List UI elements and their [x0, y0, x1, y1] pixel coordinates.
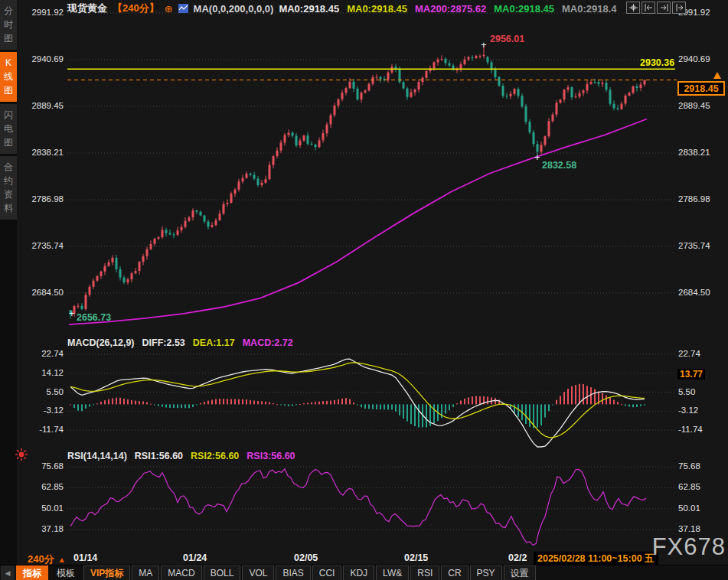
indicator-tab-指标[interactable]: 指标: [16, 565, 48, 580]
alert-burst-icon[interactable]: [14, 447, 29, 462]
ma-formula: MA(0,0,200,0,0,0): [194, 3, 274, 15]
indicator-tab-CR[interactable]: CR: [441, 565, 468, 580]
axis-label: 2735.74: [678, 241, 710, 250]
sidebar-tab-3[interactable]: 闪电图: [0, 104, 17, 154]
left-tab-sidebar: 分时图K线图闪电图合约资料: [0, 0, 17, 565]
swing-high-marker: +: [481, 41, 487, 49]
swing-high-label: 2956.01: [490, 34, 524, 44]
axis-label: 62.85: [678, 482, 700, 491]
macd-macd-value: MACD:2.72: [243, 337, 293, 348]
axis-label: 2940.69: [678, 54, 710, 64]
add-indicator-icon[interactable]: ⊕: [165, 3, 173, 15]
macd-histogram: [70, 384, 645, 428]
crosshair-icon[interactable]: [626, 2, 640, 14]
indicator-tab-LW&[interactable]: LW&: [376, 565, 409, 580]
zoom-out-icon[interactable]: [657, 2, 671, 14]
macd-diff-value: DIFF:2.53: [142, 337, 185, 348]
axis-label: -11.74: [678, 425, 703, 434]
session-low-marker: +: [69, 310, 75, 318]
latest-price-arrow-icon[interactable]: [713, 72, 721, 79]
ma-value: MA0:2918.45: [347, 3, 407, 15]
axis-label: 22.74: [678, 349, 700, 358]
indicator-tab-BIAS[interactable]: BIAS: [276, 565, 310, 580]
indicator-tab-BOLL[interactable]: BOLL: [204, 565, 241, 580]
macd-formula: MACD(26,12,9): [67, 337, 135, 348]
axis-label: 75.68: [678, 461, 700, 471]
axis-label: -3.12: [678, 406, 698, 415]
macd-diff-line: [70, 359, 645, 447]
indicator-tab-CCI[interactable]: CCI: [312, 565, 342, 580]
collapse-toolbar-button[interactable]: ◀: [1, 565, 15, 580]
indicator-toolbar: ◀指标模板VIP指标MAMACDBOLLVOLBIASCCIKDJLW&RSIC…: [0, 565, 728, 580]
axis-label: 50.01: [678, 503, 700, 513]
axis-label: 2684.50: [678, 288, 710, 297]
axis-label: 5.50: [678, 387, 695, 396]
session-low-label: 2656.73: [77, 312, 111, 323]
indicator-tab-模板[interactable]: 模板: [50, 565, 82, 580]
ma-value: MA0:2918.45: [279, 3, 339, 15]
axis-label: 37.18: [678, 524, 700, 533]
indicator-tab-MA[interactable]: MA: [132, 565, 159, 580]
ma-value: MA0:2918.4: [562, 3, 617, 15]
sidebar-tab-2[interactable]: K线图: [0, 52, 17, 102]
rsi-line: [70, 469, 646, 546]
period-up-icon: ▲: [58, 556, 66, 564]
last-price-box: 2918.45: [677, 81, 725, 96]
resistance-price-label: 2930.36: [640, 57, 674, 68]
x-axis-label: 02/2: [508, 552, 527, 563]
sidebar-tab-1[interactable]: 分时图: [0, 0, 17, 50]
macd-dea-line: [70, 363, 645, 438]
x-axis-label: 01/24: [183, 552, 207, 563]
watermark: FX678: [652, 533, 726, 561]
ma-value: MA0:2918.45: [494, 3, 554, 15]
shift-right-icon[interactable]: [672, 2, 686, 14]
x-axis-label: 02/15: [404, 552, 428, 563]
rsi3-value: RSI3:56.60: [246, 451, 295, 461]
pullback-low-label: 2832.58: [542, 160, 576, 171]
rsi-pane-header: RSI(14,14,14) RSI1:56.60 RSI2:56.60 RSI3…: [67, 451, 295, 461]
indicator-tab-VOL[interactable]: VOL: [242, 565, 274, 580]
rsi1-value: RSI1:56.60: [135, 451, 183, 461]
sidebar-tab-4[interactable]: 合约资料: [0, 156, 17, 220]
x-axis-label: 02/05: [294, 552, 318, 563]
rsi2-value: RSI2:56.60: [191, 451, 239, 461]
indicator-tab-VIP指标[interactable]: VIP指标: [83, 565, 130, 580]
indicator-tab-KDJ[interactable]: KDJ: [343, 565, 374, 580]
ma-value: MA200:2875.62: [415, 3, 486, 15]
macd-pane-header: MACD(26,12,9) DIFF:2.53 DEA:1.17 MACD:2.…: [67, 337, 293, 348]
zoom-in-icon[interactable]: [641, 2, 655, 14]
symbol-title: 现货黄金: [67, 2, 107, 15]
ma-values: MA0:2918.45MA0:2918.45MA200:2875.62MA0:2…: [279, 3, 616, 15]
axis-label: 2889.45: [678, 101, 710, 110]
rsi-formula: RSI(14,14,14): [67, 451, 127, 461]
chart-canvas[interactable]: [0, 0, 728, 580]
indicator-tab-RSI[interactable]: RSI: [410, 565, 439, 580]
x-axis-label: 01/14: [73, 552, 97, 563]
pullback-low-marker: +: [534, 154, 540, 161]
indicator-tab-设置[interactable]: 设置: [504, 565, 536, 580]
indicator-tab-MACD[interactable]: MACD: [161, 565, 201, 580]
macd-current-value-badge: 13.77: [677, 369, 705, 380]
indicator-tab-PSY[interactable]: PSY: [470, 565, 502, 580]
axis-label: 2786.98: [678, 194, 710, 204]
kline-mini-icon: [178, 4, 188, 13]
candlestick-series: [70, 46, 646, 318]
axis-label: 2838.21: [678, 148, 710, 157]
chart-header: 现货黄金 【240分】 ⊕ MA(0,0,200,0,0,0) MA0:2918…: [67, 2, 617, 15]
ma200-line: [69, 119, 647, 324]
period-badge: 【240分】: [113, 2, 159, 15]
app-window: 分时图K线图闪电图合约资料 现货黄金 【240分】 ⊕ MA(0,0,200,0…: [0, 0, 728, 580]
macd-dea-value: DEA:1.17: [193, 337, 235, 348]
chart-toolbar-icons: [626, 2, 686, 14]
